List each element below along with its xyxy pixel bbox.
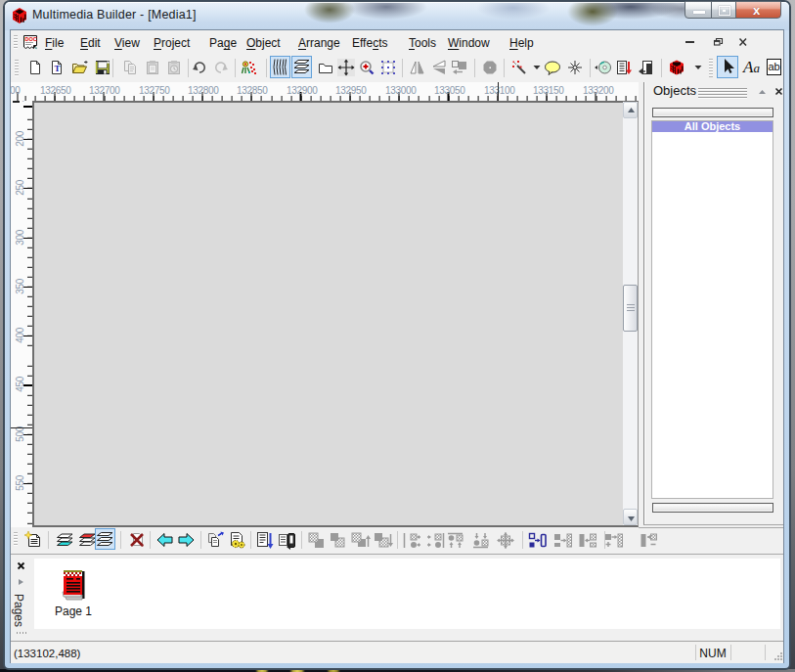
svg-text:DOC: DOC: [25, 36, 37, 42]
svg-text:T: T: [55, 64, 61, 73]
